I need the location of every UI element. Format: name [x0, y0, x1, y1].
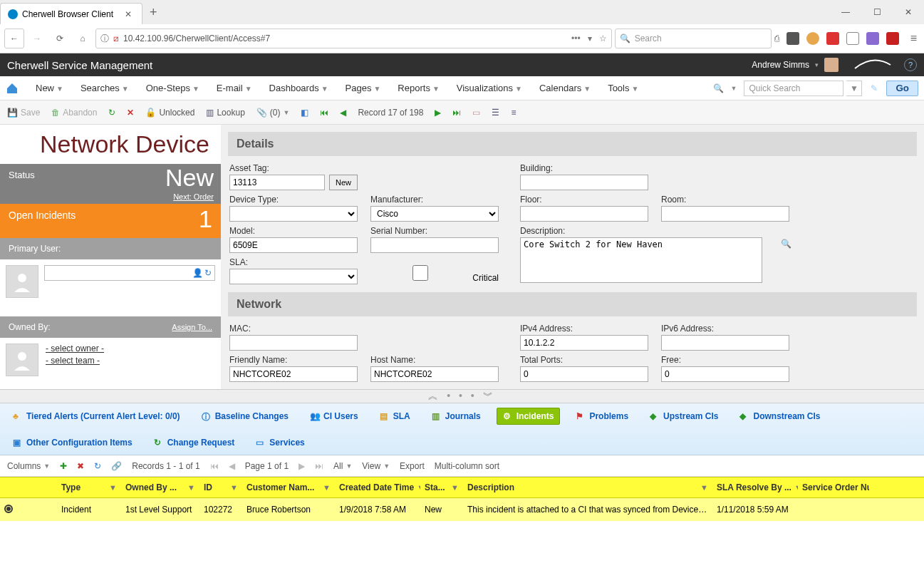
col-owned-by[interactable]: Owned By ...▼: [121, 482, 199, 492]
friendly-name-input[interactable]: [229, 366, 358, 382]
menu-pages[interactable]: Pages▼: [338, 80, 388, 96]
row-selector-icon[interactable]: [4, 505, 13, 513]
quick-search-dropdown[interactable]: ▼: [846, 81, 862, 96]
tab-sla[interactable]: ▤SLA: [374, 408, 416, 424]
view-form-button[interactable]: ▭: [472, 108, 480, 118]
select-team-link[interactable]: - select team -: [46, 356, 104, 366]
bookmark-icon[interactable]: ☆: [599, 33, 607, 43]
close-tab-icon[interactable]: ✕: [122, 9, 135, 19]
host-name-input[interactable]: [370, 366, 499, 382]
model-input[interactable]: [229, 237, 358, 253]
col-type[interactable]: Type▼: [57, 482, 121, 492]
forward-button[interactable]: →: [27, 29, 47, 48]
ext-icon[interactable]: [846, 32, 859, 45]
menu-new[interactable]: New▼: [28, 80, 71, 96]
tab-tiered-alerts[interactable]: ♣Tiered Alerts (Current Alert Level: 0/0…: [7, 408, 186, 424]
close-window-icon[interactable]: ✕: [893, 1, 924, 23]
tab-services[interactable]: ▭Services: [250, 435, 310, 450]
last-page-button[interactable]: ⏭: [315, 461, 323, 471]
menu-email[interactable]: E-mail▼: [209, 80, 259, 96]
info-icon[interactable]: ⓘ: [100, 33, 109, 45]
all-filter[interactable]: All▼: [333, 461, 352, 471]
col-description[interactable]: Description▼: [463, 482, 712, 492]
search-tool-icon[interactable]: 🔍: [713, 83, 724, 93]
delete-row-button[interactable]: ✖: [77, 461, 84, 471]
ext-icon[interactable]: [787, 32, 799, 45]
col-created[interactable]: Created Date Time▼: [335, 482, 420, 492]
unlocked-button[interactable]: 🔓Unlocked: [145, 108, 194, 118]
col-sla-resolve[interactable]: SLA Resolve By ...▼: [712, 482, 798, 492]
assign-to-link[interactable]: Assign To...: [172, 323, 212, 331]
refresh-icon[interactable]: ↻: [204, 268, 212, 278]
open-incidents-card[interactable]: Open Incidents 1: [0, 204, 221, 238]
splitter-handle[interactable]: ︽ • • • ︾: [0, 390, 924, 403]
tab-downstream[interactable]: ◆Downstream CIs: [734, 408, 826, 424]
description-textarea[interactable]: Core Switch 2 for New Haven: [520, 237, 762, 283]
ext-icon[interactable]: [886, 32, 899, 45]
menu-reports[interactable]: Reports▼: [390, 80, 446, 96]
tab-change-request[interactable]: ↻Change Request: [148, 435, 241, 450]
minimize-icon[interactable]: —: [830, 1, 861, 23]
room-input[interactable]: [661, 206, 789, 222]
maximize-icon[interactable]: ☐: [861, 1, 893, 23]
menu-calendars[interactable]: Calendars▼: [532, 80, 598, 96]
attach-button[interactable]: 📎(0)▼: [256, 108, 290, 118]
library-icon[interactable]: ⎙: [774, 33, 779, 43]
menu-icon[interactable]: ≡: [910, 32, 917, 45]
reader-icon[interactable]: ▾: [588, 33, 592, 43]
view-grid-button[interactable]: ≡: [511, 108, 516, 118]
select-owner-link[interactable]: - select owner -: [46, 344, 104, 353]
tab-problems[interactable]: ⚑Problems: [570, 408, 634, 424]
home-button[interactable]: ⌂: [73, 29, 93, 48]
tab-upstream[interactable]: ◆Upstream CIs: [644, 408, 724, 424]
tab-journals[interactable]: ▥Journals: [426, 408, 487, 424]
home-icon[interactable]: [6, 82, 19, 95]
ext-icon[interactable]: [866, 32, 879, 45]
menu-tools[interactable]: Tools▼: [601, 80, 645, 96]
primary-user-input[interactable]: 👤 ↻: [44, 265, 215, 281]
total-ports-input[interactable]: [520, 366, 648, 382]
view-menu[interactable]: View▼: [362, 461, 390, 471]
last-record-button[interactable]: ⏭: [452, 108, 461, 118]
tab-oci[interactable]: ▣Other Configuration Items: [7, 435, 138, 450]
menu-onesteps[interactable]: One-Steps▼: [139, 80, 207, 96]
asset-tag-input[interactable]: [229, 175, 325, 190]
refresh-grid-button[interactable]: ↻: [94, 461, 101, 471]
menu-visualizations[interactable]: Visualizations▼: [450, 80, 529, 96]
refresh-button[interactable]: ↻: [108, 108, 115, 118]
reload-button[interactable]: ⟳: [50, 29, 70, 48]
lookup-button[interactable]: ▥Lookup: [206, 108, 244, 118]
ipv4-input[interactable]: [520, 335, 648, 351]
free-ports-input[interactable]: [661, 366, 789, 382]
prev-record-button[interactable]: ◀: [340, 108, 346, 118]
eraser-button[interactable]: ◧: [301, 108, 308, 118]
user-menu[interactable]: Andrew Simms ▾: [752, 58, 839, 72]
zoom-icon[interactable]: 🔍: [781, 239, 792, 250]
ext-icon[interactable]: [806, 32, 819, 45]
user-lookup-icon[interactable]: 👤: [192, 268, 203, 278]
new-asset-button[interactable]: New: [329, 175, 358, 190]
delete-button[interactable]: ✕: [127, 108, 134, 118]
browser-search[interactable]: 🔍 Search: [615, 29, 772, 48]
tab-ci-users[interactable]: 👥CI Users: [304, 408, 364, 424]
menu-searches[interactable]: Searches▼: [73, 80, 136, 96]
abandon-button[interactable]: 🗑Abandon: [51, 108, 97, 118]
help-icon[interactable]: ?: [904, 58, 917, 71]
manufacturer-select[interactable]: Cisco: [370, 206, 499, 222]
ipv6-input[interactable]: [661, 335, 789, 351]
back-button[interactable]: ←: [4, 29, 24, 48]
col-status[interactable]: Sta...▼: [420, 482, 463, 492]
next-record-button[interactable]: ▶: [435, 108, 441, 118]
tab-baseline[interactable]: ⓘBaseline Changes: [196, 408, 294, 424]
prev-page-button[interactable]: ◀: [229, 461, 235, 471]
next-status-link[interactable]: Next: Order: [173, 192, 214, 201]
multi-sort-button[interactable]: Multi-column sort: [435, 461, 499, 471]
col-service-order[interactable]: Service Order Numb: [798, 482, 869, 492]
tab-incidents[interactable]: ⚙Incidents: [497, 408, 561, 425]
columns-button[interactable]: Columns▼: [7, 461, 50, 471]
wand-icon[interactable]: ✎: [871, 83, 878, 93]
col-id[interactable]: ID▼: [199, 482, 242, 492]
table-row[interactable]: Incident 1st Level Support 102272 Bruce …: [0, 498, 924, 521]
first-page-button[interactable]: ⏮: [210, 461, 219, 471]
building-input[interactable]: [520, 175, 648, 190]
